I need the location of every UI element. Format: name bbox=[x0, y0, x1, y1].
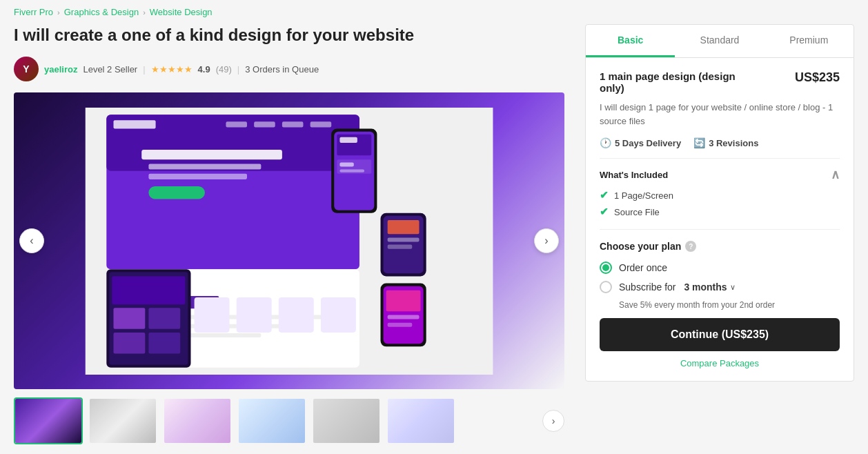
svg-rect-37 bbox=[112, 276, 185, 304]
prev-image-button[interactable]: ‹ bbox=[19, 228, 44, 253]
help-icon[interactable]: ? bbox=[685, 241, 696, 252]
save-text: Save 5% every month from your 2nd order bbox=[619, 300, 840, 310]
svg-rect-32 bbox=[386, 290, 421, 311]
rating-value: 4.9 bbox=[198, 64, 210, 75]
thumbnail-3[interactable] bbox=[163, 397, 232, 444]
tab-premium[interactable]: Premium bbox=[765, 25, 854, 57]
plan-option-once[interactable]: Order once bbox=[600, 261, 840, 274]
breadcrumb-fiverr-pro[interactable]: Fiverr Pro bbox=[14, 7, 53, 17]
avatar: Y bbox=[14, 57, 39, 81]
chevron-right-icon: › bbox=[544, 235, 548, 247]
subscribe-months: 3 months bbox=[684, 282, 727, 293]
delivery-row: 🕐 5 Days Delivery 🔄 3 Revisions bbox=[600, 137, 840, 148]
svg-rect-28 bbox=[388, 237, 420, 241]
thumbnail-next-icon: › bbox=[552, 415, 555, 426]
delivery-days-item: 🕐 5 Days Delivery bbox=[600, 137, 681, 148]
svg-rect-24 bbox=[339, 169, 364, 172]
svg-rect-8 bbox=[141, 150, 282, 159]
queue-divider: | bbox=[237, 64, 239, 75]
radio-inner-once bbox=[602, 264, 609, 271]
breadcrumb-website-design: Website Design bbox=[150, 7, 213, 17]
clock-icon: 🕐 bbox=[600, 137, 611, 148]
thumbnail-1[interactable] bbox=[14, 397, 83, 444]
breadcrumb: Fiverr Pro › Graphics & Design › Website… bbox=[0, 0, 868, 24]
subscribe-label: Subscribe for 3 months ∨ bbox=[619, 282, 736, 293]
left-panel: I will create a one of a kind design for… bbox=[14, 24, 585, 444]
seller-level: Level 2 Seller bbox=[83, 64, 137, 75]
chevron-left-icon: ‹ bbox=[30, 235, 33, 247]
svg-rect-10 bbox=[148, 173, 247, 179]
svg-rect-43 bbox=[237, 297, 272, 333]
thumbnail-4[interactable] bbox=[237, 397, 306, 444]
thumbnail-strip: › bbox=[14, 397, 564, 444]
chevron-down-icon[interactable]: ∨ bbox=[730, 283, 736, 292]
svg-rect-33 bbox=[388, 315, 420, 319]
svg-rect-41 bbox=[148, 333, 180, 354]
svg-rect-21 bbox=[339, 137, 357, 142]
plan-section: Choose your plan ? Order once Subscribe … bbox=[600, 229, 840, 368]
seller-divider: | bbox=[143, 64, 145, 75]
review-count: (49) bbox=[216, 64, 232, 75]
package-title-row: 1 main page design (design only) US$235 bbox=[600, 70, 840, 94]
svg-rect-23 bbox=[339, 162, 353, 166]
svg-rect-45 bbox=[321, 297, 356, 333]
thumbnail-5[interactable] bbox=[312, 397, 381, 444]
svg-rect-9 bbox=[148, 164, 261, 169]
svg-rect-4 bbox=[226, 121, 247, 127]
svg-rect-6 bbox=[282, 121, 304, 127]
order-once-label: Order once bbox=[619, 262, 667, 273]
svg-rect-11 bbox=[148, 186, 204, 199]
included-item-source: ✔ Source File bbox=[600, 206, 840, 218]
revisions-label: 3 Revisions bbox=[709, 138, 758, 148]
image-area: ‹ › bbox=[14, 92, 564, 389]
radio-order-once[interactable] bbox=[600, 261, 612, 274]
tabs-row: Basic Standard Premium bbox=[586, 25, 854, 58]
svg-rect-34 bbox=[388, 322, 413, 326]
included-item-label-1: 1 Page/Screen bbox=[614, 190, 673, 201]
svg-rect-3 bbox=[113, 120, 155, 128]
right-panel: Basic Standard Premium 1 main page desig… bbox=[585, 24, 854, 382]
queue-info: 3 Orders in Queue bbox=[245, 64, 319, 75]
seller-name[interactable]: yaeliroz bbox=[44, 64, 77, 75]
check-icon-1: ✔ bbox=[600, 189, 609, 201]
svg-rect-38 bbox=[113, 308, 145, 329]
svg-rect-39 bbox=[148, 308, 180, 329]
thumbnail-2[interactable] bbox=[88, 397, 157, 444]
svg-rect-27 bbox=[388, 220, 420, 234]
included-section: What's Included ∧ ✔ 1 Page/Screen ✔ Sour… bbox=[600, 158, 840, 218]
refresh-icon: 🔄 bbox=[693, 137, 705, 148]
subscribe-prefix: Subscribe for bbox=[619, 282, 675, 293]
compare-packages-link[interactable]: Compare Packages bbox=[600, 358, 840, 368]
included-header: What's Included ∧ bbox=[600, 167, 840, 182]
svg-rect-44 bbox=[279, 297, 314, 333]
radio-subscribe[interactable] bbox=[600, 281, 612, 293]
included-item-label-2: Source File bbox=[614, 207, 660, 217]
plan-option-subscribe[interactable]: Subscribe for 3 months ∨ bbox=[600, 281, 840, 293]
plan-title: Choose your plan bbox=[600, 241, 681, 252]
continue-button[interactable]: Continue (US$235) bbox=[600, 318, 840, 351]
main-layout: I will create a one of a kind design for… bbox=[0, 24, 868, 454]
collapse-icon[interactable]: ∧ bbox=[831, 167, 840, 182]
panel-body: 1 main page design (design only) US$235 … bbox=[586, 58, 854, 381]
svg-rect-42 bbox=[194, 297, 229, 333]
svg-rect-40 bbox=[113, 333, 145, 354]
plan-header: Choose your plan ? bbox=[600, 241, 840, 252]
thumbnail-next-button[interactable]: › bbox=[542, 410, 564, 432]
delivery-days-label: 5 Days Delivery bbox=[615, 138, 681, 148]
revisions-item: 🔄 3 Revisions bbox=[693, 137, 758, 148]
thumbnail-6[interactable] bbox=[386, 397, 455, 444]
main-image bbox=[14, 92, 564, 389]
tab-basic[interactable]: Basic bbox=[586, 25, 675, 57]
next-image-button[interactable]: › bbox=[534, 228, 559, 253]
included-title: What's Included bbox=[600, 170, 668, 180]
seller-info: Y yaeliroz Level 2 Seller | ★★★★★ 4.9 (4… bbox=[14, 57, 564, 81]
svg-rect-29 bbox=[388, 244, 413, 248]
tab-standard[interactable]: Standard bbox=[675, 25, 764, 57]
package-description: I will design 1 page for your website / … bbox=[600, 101, 840, 128]
package-price: US$235 bbox=[795, 70, 840, 85]
svg-rect-7 bbox=[310, 121, 332, 127]
page-title: I will create a one of a kind design for… bbox=[14, 24, 564, 46]
breadcrumb-graphics-design[interactable]: Graphics & Design bbox=[64, 7, 139, 17]
star-icons: ★★★★★ bbox=[151, 64, 193, 75]
breadcrumb-sep-1: › bbox=[57, 8, 60, 17]
